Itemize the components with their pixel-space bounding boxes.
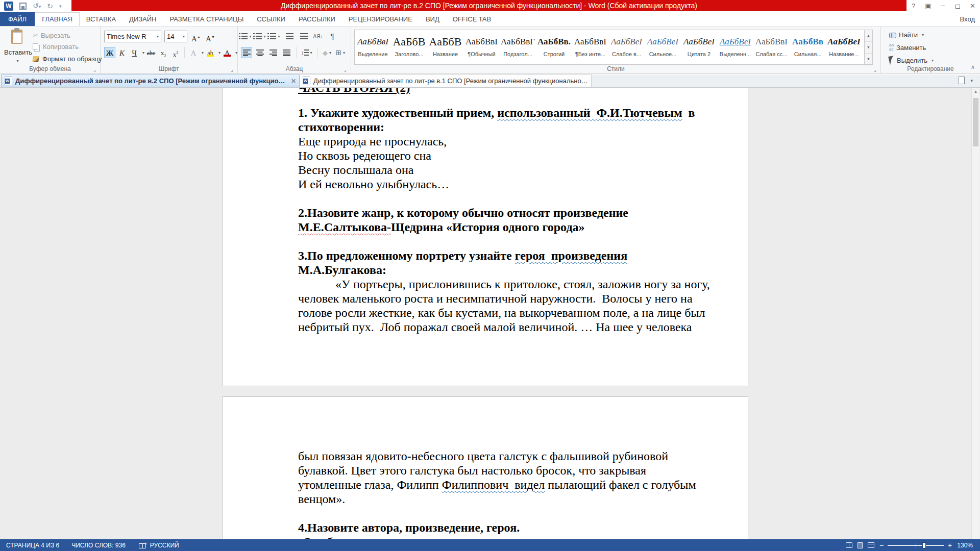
styles-dialog-launcher-icon[interactable]: ⌟ [874,67,878,72]
word-count[interactable]: ЧИСЛО СЛОВ: 936 [65,542,132,549]
close-button[interactable]: ✕ [965,0,980,12]
ribbon-tab-разметка-страницы[interactable]: РАЗМЕТКА СТРАНИЦЫ [163,13,251,26]
document-text-line[interactable]: Весну послышала она [298,163,713,177]
document-text-line[interactable]: 2.Назовите жанр, к которому обычно относ… [298,206,713,220]
sign-in-link[interactable]: Вход [960,15,975,23]
document-text-line[interactable]: И ей невольно улыбнулась… [298,177,713,191]
style-item[interactable]: АаБбВвІ¶Без инте... [572,30,608,64]
justify-button[interactable] [281,47,292,58]
document-text-line[interactable]: 1. Укажите художественный прием, использ… [298,106,713,120]
scroll-up-icon[interactable]: ▲ [972,88,979,96]
style-item[interactable]: АаБбВеІСильное... [645,30,681,64]
zoom-slider[interactable] [888,542,944,549]
ribbon-tab-рассылки[interactable]: РАССЫЛКИ [292,13,342,26]
style-item[interactable]: АаБбВвСильная... [790,30,826,64]
document-text-line[interactable]: 4.Назовите автора, произведение, героя. [298,520,713,535]
find-button[interactable]: Найти▾ [889,31,924,39]
style-item[interactable]: АаБбВЗаголово... [391,30,427,64]
document-page-4[interactable]: ЧАСТЬ ВТОРАЯ (2)1. Укажите художественны… [223,88,748,386]
document-text-line[interactable]: булавкой. Цвет этого галстука был настол… [298,463,713,478]
bullets-button[interactable]: ▾ [241,31,252,42]
document-text-line[interactable]: утомленные глаза, Филипп Филиппович виде… [298,478,713,492]
document-text-line[interactable]: небритый пух. Лоб поражал своей малой ве… [298,320,713,334]
style-item[interactable]: АаБбВвІ¶Обычный [463,30,500,64]
ribbon-tab-office-tab[interactable]: OFFICE TAB [446,13,498,26]
show-marks-button[interactable]: ¶ [327,31,338,42]
zoom-level[interactable]: 130% [957,542,973,549]
ribbon-tab-дизайн[interactable]: ДИЗАЙН [122,13,163,26]
subscript-button[interactable]: x2 [158,47,169,58]
align-left-button[interactable] [241,47,252,58]
strikethrough-button[interactable]: abc [145,47,157,58]
document-text-line[interactable]: «Это была крошечная сухая старушонка, ле… [298,535,713,539]
style-item[interactable]: АаБбВеІСлабое в... [608,30,645,64]
ribbon-tab-рецензирование[interactable]: РЕЦЕНЗИРОВАНИЕ [342,13,419,26]
style-item[interactable]: АаБбВвІВыделение [355,30,391,64]
ribbon-tab-главная[interactable]: ГЛАВНАЯ [35,12,80,26]
document-text-line[interactable]: Но сквозь редеющего сна [298,148,713,163]
styles-scroll-down-icon[interactable]: ▼ [865,42,872,54]
document-text-line[interactable]: ЧАСТЬ ВТОРАЯ (2) [298,88,713,95]
new-tab-icon[interactable] [959,77,965,84]
undo-icon[interactable]: ↺▾ [33,1,41,11]
vertical-scrollbar[interactable]: ▲ [971,88,979,539]
highlight-color-button[interactable]: ab [205,47,216,58]
proofing-errors-icon[interactable] [139,543,146,548]
ribbon-tab-файл[interactable]: ФАЙЛ [0,12,35,26]
styles-gallery-more-icon[interactable]: ▼ [865,54,872,65]
customize-qat-icon[interactable]: ▾ [59,4,62,9]
save-icon[interactable] [19,3,27,10]
align-right-button[interactable] [267,47,279,58]
style-item[interactable]: АаБбВеІЦитата 2 [681,30,717,64]
read-mode-icon[interactable] [846,542,852,548]
ribbon-tab-ссылки[interactable]: ССЫЛКИ [250,13,292,26]
zoom-out-icon[interactable]: − [879,542,884,549]
document-text-line[interactable]: Еще природа не проснулась, [298,134,713,148]
tab-list-arrow-icon[interactable]: ▾ [970,78,973,83]
cut-button[interactable]: ✂ Вырезать [33,32,70,39]
style-item[interactable]: АаБбВвІСлабая сс... [753,30,790,64]
document-text-line[interactable]: был повязан ядовито-небесного цвета галс… [298,449,713,463]
text-effects-button[interactable]: А [188,47,199,58]
document-text-line[interactable]: стихотворении: [298,120,713,134]
style-item[interactable]: АаБбВеІВыделенн... [717,30,753,64]
numbering-button[interactable]: ▾ [255,31,266,42]
document-tab-inactive[interactable]: Диффиренцированный зачет по лит-ре в.1 С… [300,74,592,87]
increase-indent-button[interactable] [298,31,309,42]
italic-button[interactable]: К [116,47,128,58]
font-color-button[interactable]: А [222,47,233,58]
select-button[interactable]: Выделить▾ [889,56,934,65]
ribbon-display-options-icon[interactable]: ▣ [921,0,936,12]
decrease-indent-button[interactable] [284,31,295,42]
help-button[interactable]: ? [906,0,921,12]
sort-button[interactable]: АЯ↓ [312,31,324,42]
minimize-button[interactable]: − [936,0,950,12]
style-item[interactable]: АаБбВНазвание [427,30,463,64]
style-item[interactable]: АаБбВеІНазвание... [826,30,862,64]
document-text-line[interactable]: М.Е.Салтыкова-Щедрина «История одного го… [298,220,713,234]
multilevel-list-button[interactable]: ▾ [270,31,281,42]
ribbon-tab-вставка[interactable]: ВСТАВКА [80,13,122,26]
style-item[interactable]: АаБбВвГПодзагол... [500,30,536,64]
font-dialog-launcher-icon[interactable]: ⌟ [231,67,235,72]
font-size-combobox[interactable]: 14▾ [164,31,187,42]
zoom-in-icon[interactable]: + [948,542,952,549]
scrollbar-thumb[interactable] [973,98,978,146]
language-indicator[interactable]: РУССКИЙ [149,542,185,549]
align-center-button[interactable] [254,47,265,58]
grow-font-button[interactable]: А▲ [190,31,202,42]
paste-button[interactable]: Вставить▾ [4,30,30,69]
tab-close-icon[interactable]: ✕ [287,78,296,85]
document-text-line[interactable]: М.А.Булгакова: [298,263,713,277]
font-name-combobox[interactable]: Times New R▾ [104,31,161,42]
collapse-ribbon-icon[interactable]: ∧ [971,64,975,70]
document-tab-active[interactable]: Диффиренцированный зачет по лит-ре в.2 С… [1,74,300,87]
underline-arrow-icon[interactable]: ▾ [142,51,144,55]
restore-button[interactable] [950,0,965,12]
replace-button[interactable]: abac Заменить [889,43,926,52]
styles-scroll-up-icon[interactable]: ▲ [865,30,872,42]
document-text-line[interactable]: голове росли жесткие, как бы кустами, на… [298,306,713,320]
ribbon-tab-вид[interactable]: ВИД [419,13,446,26]
print-layout-icon[interactable] [857,542,863,548]
style-item[interactable]: АаБбВв.Строгий [536,30,572,64]
